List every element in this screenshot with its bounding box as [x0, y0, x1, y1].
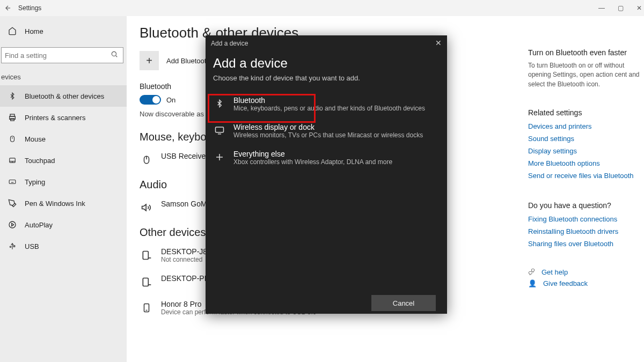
sidebar-item-typing[interactable]: Typing [0, 171, 127, 193]
svg-marker-23 [142, 204, 147, 211]
plus-icon [213, 151, 226, 164]
tip-body: To turn Bluetooth on or off without open… [528, 61, 641, 89]
sidebar-item-pen[interactable]: Pen & Windows Ink [0, 193, 127, 214]
bluetooth-icon [213, 97, 226, 110]
svg-marker-17 [12, 223, 14, 226]
help-icon: 🗪 [528, 268, 535, 276]
related-link[interactable]: Display settings [528, 147, 641, 155]
related-link[interactable]: Devices and printers [528, 122, 641, 130]
svg-point-19 [10, 246, 11, 247]
sidebar-item-label: Pen & Windows Ink [25, 200, 85, 208]
related-title: Related settings [528, 108, 641, 117]
option-title: Bluetooth [233, 96, 425, 105]
sidebar-item-label: Printers & scanners [25, 114, 85, 122]
device-name: USB Receiver [161, 152, 208, 160]
svg-rect-26 [143, 278, 148, 286]
dialog-close-button[interactable]: ✕ [433, 38, 444, 48]
pen-icon [8, 198, 17, 208]
add-device-button[interactable]: + [140, 51, 159, 70]
maximize-button[interactable]: ▢ [618, 4, 624, 12]
dialog-titlebar-text: Add a device [211, 40, 248, 47]
option-title: Wireless display or dock [233, 123, 423, 131]
dialog-title: Add a device [213, 56, 440, 71]
phone-icon [140, 301, 153, 315]
keyboard-icon [8, 177, 17, 187]
sidebar-item-printers[interactable]: Printers & scanners [0, 107, 127, 128]
question-title: Do you have a question? [528, 201, 641, 210]
usb-icon [8, 241, 17, 251]
dialog-titlebar: Add a device ✕ [206, 35, 447, 51]
dialog-subtitle: Choose the kind of device that you want … [213, 74, 440, 82]
sidebar-item-label: Touchpad [25, 157, 55, 165]
question-link[interactable]: Reinstalling Bluetooth drivers [528, 227, 641, 235]
tip-title: Turn on Bluetooth even faster [528, 48, 641, 57]
sidebar-item-label: AutoPlay [25, 221, 53, 229]
device-name: Samson GoMic [161, 200, 213, 208]
search-icon [111, 50, 118, 60]
printer-icon [8, 113, 17, 122]
close-button[interactable]: ✕ [636, 4, 642, 12]
get-help[interactable]: 🗪Get help [528, 268, 641, 276]
titlebar: Settings — ▢ ✕ [0, 0, 644, 16]
minimize-button[interactable]: — [598, 4, 605, 12]
plus-icon: + [146, 55, 152, 67]
sidebar-item-bluetooth[interactable]: Bluetooth & other devices [0, 85, 127, 107]
cancel-button[interactable]: Cancel [371, 295, 436, 311]
autoplay-icon [8, 220, 17, 230]
window-title: Settings [18, 4, 41, 12]
svg-point-16 [9, 221, 16, 228]
sidebar: Home evices Bluetooth & other devices Pr… [0, 16, 127, 362]
device-icon [140, 248, 153, 262]
related-link[interactable]: Sound settings [528, 135, 641, 143]
add-device-dialog: Add a device ✕ Add a device Choose the k… [206, 35, 447, 314]
bluetooth-toggle[interactable] [140, 95, 161, 105]
feedback-icon: 👤 [528, 279, 537, 287]
sidebar-item-label: Bluetooth & other devices [25, 92, 104, 100]
option-title: Everything else [233, 150, 392, 158]
bluetooth-icon [8, 91, 17, 101]
sidebar-item-label: Typing [25, 178, 45, 186]
sidebar-item-label: USB [25, 242, 39, 250]
monitor-icon [213, 124, 226, 137]
sidebar-home[interactable]: Home [0, 20, 127, 42]
svg-rect-20 [13, 246, 14, 247]
sidebar-category: evices [0, 69, 127, 85]
back-button[interactable] [0, 0, 16, 16]
sidebar-item-mouse[interactable]: Mouse [0, 128, 127, 150]
question-link[interactable]: Fixing Bluetooth connections [528, 215, 641, 223]
sidebar-search [1, 47, 123, 63]
settings-window: Settings — ▢ ✕ Home evices Bluetooth & o… [0, 0, 644, 362]
option-desc: Xbox controllers with Wireless Adaptor, … [233, 158, 392, 166]
sidebar-item-label: Mouse [25, 135, 46, 143]
svg-rect-24 [143, 252, 148, 260]
svg-rect-11 [9, 180, 16, 184]
mouse-icon [8, 134, 17, 144]
touchpad-icon [8, 156, 17, 165]
svg-point-1 [112, 51, 116, 56]
device-icon [140, 275, 153, 289]
give-feedback[interactable]: 👤Give feedback [528, 279, 641, 287]
sidebar-item-autoplay[interactable]: AutoPlay [0, 214, 127, 235]
svg-rect-6 [11, 136, 14, 142]
option-bluetooth[interactable]: BluetoothMice, keyboards, pens or audio … [206, 91, 447, 117]
related-link[interactable]: More Bluetooth options [528, 159, 641, 167]
option-desc: Mice, keyboards, pens or audio and ther … [233, 105, 425, 112]
mouse-icon [140, 153, 153, 167]
right-panel: Turn on Bluetooth even faster To turn Bl… [528, 48, 644, 291]
question-link[interactable]: Sharing files over Bluetooth [528, 240, 641, 248]
search-input[interactable] [1, 47, 123, 63]
sidebar-home-label: Home [25, 27, 43, 35]
related-link[interactable]: Send or receive files via Bluetooth [528, 172, 641, 180]
svg-line-2 [116, 56, 117, 57]
home-icon [8, 26, 17, 36]
sidebar-item-usb[interactable]: USB [0, 235, 127, 257]
option-wireless-display[interactable]: Wireless display or dockWireless monitor… [206, 117, 447, 144]
speaker-icon [140, 201, 153, 215]
option-desc: Wireless monitors, TVs or PCs that use M… [233, 131, 423, 139]
option-everything-else[interactable]: Everything elseXbox controllers with Wir… [206, 144, 447, 171]
bluetooth-state: On [166, 96, 175, 104]
sidebar-item-touchpad[interactable]: Touchpad [0, 150, 127, 171]
svg-rect-30 [216, 127, 224, 132]
